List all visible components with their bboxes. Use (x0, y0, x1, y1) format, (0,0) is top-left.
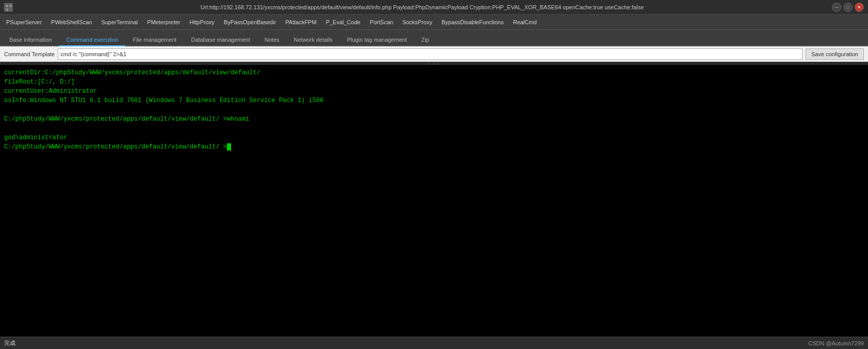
plugin-btn-p-eval-code[interactable]: P_Eval_Code (322, 18, 365, 27)
plugin-toolbar: PSuperServerPWebShellScanSuperTerminalPM… (0, 14, 868, 30)
command-template-input[interactable] (58, 48, 803, 60)
tab-file-management[interactable]: File management (125, 34, 184, 46)
terminal-line (4, 105, 864, 114)
plugin-btn-pmeterpreter[interactable]: PMeterpreter (143, 18, 184, 27)
terminal-line: currentDir:C:/phpStudy/WWW/yxcms/protect… (4, 68, 864, 77)
tab-notes[interactable]: Notes (257, 34, 287, 46)
terminal-line: god\administrator (4, 133, 864, 142)
titlebar: Url:http://192.168.72.131/yxcms/protecte… (0, 0, 868, 14)
tab-network-details[interactable]: Network details (287, 34, 340, 46)
maximize-button[interactable]: □ (843, 3, 853, 12)
close-button[interactable]: ✕ (855, 3, 864, 12)
statusbar: 完成 CSDN @Autumn7299 (0, 337, 868, 349)
terminal-line: currentUser:Administrator (4, 87, 864, 96)
svg-rect-1 (6, 5, 8, 7)
tab-plugin-tag-management[interactable]: Plugin tag management (340, 34, 414, 46)
plugin-btn-pwebshellscan[interactable]: PWebShellScan (47, 18, 96, 27)
plugin-btn-bypassopenbasedir[interactable]: ByPassOpenBasedir (220, 18, 281, 27)
terminal-line: osInfo:Windows NT STU1 6.1 build 7601 (W… (4, 96, 864, 105)
status-right: CSDN @Autumn7299 (808, 340, 864, 346)
terminal-line: fileRoot:[C:/, D:/] (4, 77, 864, 87)
svg-rect-4 (9, 8, 12, 11)
plugin-btn-pattackfpm[interactable]: PAttackFPM (281, 18, 320, 27)
terminal-output[interactable]: currentDir:C:/phpStudy/WWW/yxcms/protect… (0, 65, 868, 337)
status-left: 完成 (4, 339, 15, 347)
terminal-line[interactable]: C:/phpStudy/WWW/yxcms/protected/apps/def… (4, 142, 864, 152)
app-window: Url:http://192.168.72.131/yxcms/protecte… (0, 0, 868, 349)
app-icon (4, 3, 12, 11)
save-configuration-button[interactable]: Save configuration (806, 48, 864, 60)
svg-rect-3 (6, 8, 8, 11)
plugin-btn-socksproxy[interactable]: SocksProxy (398, 18, 436, 27)
plugin-btn-realcmd[interactable]: RealCmd (509, 18, 541, 27)
plugin-btn-portscan[interactable]: PortScan (366, 18, 397, 27)
tab-bar: Base informationCommand executionFile ma… (0, 30, 868, 46)
plugin-btn-bypassdisablefunctions[interactable]: BypassDisableFunctions (437, 18, 507, 27)
titlebar-title: Url:http://192.168.72.131/yxcms/protecte… (12, 4, 832, 10)
tab-database-management[interactable]: Database management (184, 34, 257, 46)
tab-zip[interactable]: Zip (414, 34, 436, 46)
minimize-button[interactable]: ─ (832, 3, 841, 12)
terminal-line: C:/phpStudy/WWW/yxcms/protected/apps/def… (4, 114, 864, 124)
tab-base-information[interactable]: Base information (2, 34, 59, 46)
command-template-label: Command Template (4, 51, 55, 57)
plugin-btn-superterminal[interactable]: SuperTerminal (97, 18, 142, 27)
command-template-bar: Command Template Save configuration (0, 46, 868, 62)
plugin-btn-psuperserver[interactable]: PSuperServer (2, 18, 46, 27)
window-controls: ─ □ ✕ (832, 3, 864, 12)
terminal-line (4, 124, 864, 133)
plugin-btn-httpproxy[interactable]: HttpProxy (186, 18, 219, 27)
tab-command-execution[interactable]: Command execution (59, 34, 126, 46)
svg-rect-2 (9, 5, 12, 7)
